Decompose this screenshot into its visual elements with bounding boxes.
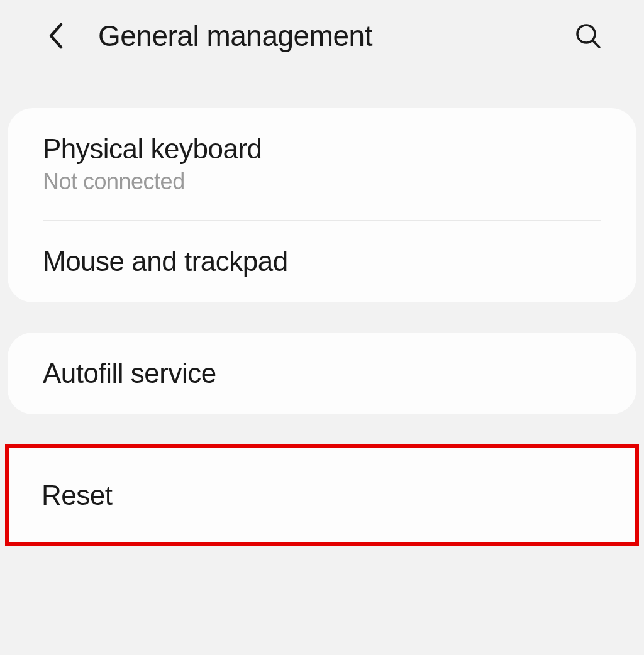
- search-icon: [574, 22, 602, 50]
- item-subtitle: Not connected: [43, 168, 601, 195]
- settings-group-keyboard: Physical keyboard Not connected Mouse an…: [8, 108, 636, 302]
- svg-line-1: [593, 41, 599, 47]
- header: General management: [0, 0, 644, 72]
- item-title: Reset: [42, 480, 602, 511]
- chevron-left-icon: [47, 22, 64, 50]
- back-button[interactable]: [44, 25, 67, 47]
- page-title: General management: [98, 19, 573, 53]
- item-title: Physical keyboard: [43, 133, 601, 165]
- settings-group-reset-highlighted: Reset: [5, 444, 639, 546]
- autofill-service-item[interactable]: Autofill service: [8, 333, 636, 414]
- mouse-trackpad-item[interactable]: Mouse and trackpad: [8, 221, 636, 302]
- reset-item[interactable]: Reset: [9, 448, 635, 542]
- item-title: Mouse and trackpad: [43, 246, 601, 277]
- item-title: Autofill service: [43, 358, 601, 389]
- search-button[interactable]: [573, 21, 603, 51]
- physical-keyboard-item[interactable]: Physical keyboard Not connected: [8, 108, 636, 220]
- settings-group-autofill: Autofill service: [8, 333, 636, 414]
